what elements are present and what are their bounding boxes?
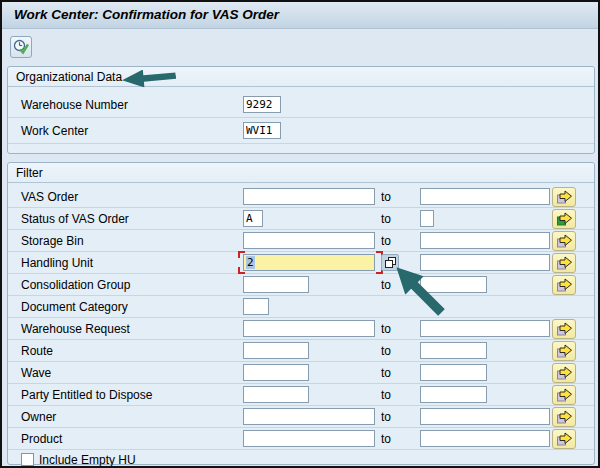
- document-category-label: Document Category: [21, 296, 128, 318]
- execute-button[interactable]: [10, 36, 32, 58]
- vas-order-to-field[interactable]: [420, 188, 550, 205]
- document-category-field[interactable]: [243, 298, 269, 315]
- owner-from-field[interactable]: [243, 408, 375, 425]
- route-to-field[interactable]: [420, 342, 487, 359]
- warehouse-request-multi-select-button[interactable]: [552, 319, 576, 339]
- product-to-field[interactable]: [420, 430, 550, 447]
- warehouse-request-to-field[interactable]: [420, 320, 550, 337]
- status-from-field[interactable]: [243, 210, 263, 227]
- execute-clock-check-icon: [11, 39, 31, 55]
- party-entitled-to-field[interactable]: [420, 386, 487, 403]
- to-label: to: [381, 340, 391, 362]
- page-title: Work Center: Confirmation for VAS Order: [14, 7, 279, 22]
- status-of-vas-order-row: Status of VAS Order to: [8, 208, 594, 230]
- route-multi-select-button[interactable]: [552, 341, 576, 361]
- owner-to-field[interactable]: [420, 408, 550, 425]
- wave-row: Wave to: [8, 362, 594, 384]
- consolidation-group-from-field[interactable]: [243, 276, 309, 293]
- wave-label: Wave: [21, 362, 51, 384]
- status-to-field[interactable]: [420, 210, 434, 227]
- include-empty-hu-checkbox[interactable]: [21, 453, 34, 466]
- route-from-field[interactable]: [243, 342, 309, 359]
- toolbar: [2, 29, 598, 63]
- work-center-row: Work Center: [8, 118, 594, 144]
- multi-select-arrow-icon: [553, 344, 575, 358]
- product-from-field[interactable]: [243, 430, 375, 447]
- window-title-bar: Work Center: Confirmation for VAS Order: [2, 2, 598, 29]
- handling-unit-label: Handling Unit: [21, 252, 93, 274]
- consolidation-group-label: Consolidation Group: [21, 274, 130, 296]
- wave-from-field[interactable]: [243, 364, 309, 381]
- storage-bin-multi-select-button[interactable]: [552, 231, 576, 251]
- warehouse-number-row: Warehouse Number: [8, 92, 594, 118]
- handling-unit-from-field[interactable]: 2: [243, 254, 375, 271]
- to-label: to: [381, 406, 391, 428]
- multi-select-arrow-icon: [553, 410, 575, 424]
- multi-select-arrow-icon: [553, 234, 575, 248]
- storage-bin-to-field[interactable]: [420, 232, 550, 249]
- party-entitled-label: Party Entitled to Dispose: [21, 384, 152, 406]
- multi-select-arrow-icon: [553, 366, 575, 380]
- warehouse-request-label: Warehouse Request: [21, 318, 130, 340]
- multi-select-active-arrow-icon: [553, 212, 575, 226]
- status-multi-select-button-active[interactable]: [552, 209, 576, 229]
- to-label: to: [381, 384, 391, 406]
- work-center-label: Work Center: [21, 118, 88, 144]
- product-multi-select-button[interactable]: [552, 429, 576, 449]
- storage-bin-label: Storage Bin: [21, 230, 84, 252]
- multi-select-arrow-icon: [553, 388, 575, 402]
- route-row: Route to: [8, 340, 594, 362]
- owner-row: Owner to: [8, 406, 594, 428]
- multi-select-arrow-icon: [553, 278, 575, 292]
- owner-multi-select-button[interactable]: [552, 407, 576, 427]
- multi-select-arrow-icon: [553, 256, 575, 270]
- filter-title: Filter: [8, 163, 594, 183]
- organizational-data-group: Organizational Data Warehouse Number Wor…: [7, 66, 595, 154]
- wave-to-field[interactable]: [420, 364, 487, 381]
- handling-unit-row: Handling Unit 2: [8, 252, 594, 274]
- include-empty-hu-row: Include Empty HU: [8, 450, 594, 468]
- party-entitled-row: Party Entitled to Dispose to: [8, 384, 594, 406]
- overlapping-squares-icon: [382, 256, 398, 269]
- handling-unit-multi-select-button[interactable]: [552, 253, 576, 273]
- route-label: Route: [21, 340, 53, 362]
- warehouse-number-label: Warehouse Number: [21, 92, 128, 118]
- to-label: to: [381, 230, 391, 252]
- app-window: Work Center: Confirmation for VAS Order …: [0, 0, 600, 468]
- consolidation-group-multi-select-button[interactable]: [552, 275, 576, 295]
- handling-unit-value-help-button[interactable]: [381, 254, 399, 271]
- product-label: Product: [21, 428, 62, 450]
- wave-multi-select-button[interactable]: [552, 363, 576, 383]
- storage-bin-from-field[interactable]: [243, 232, 375, 249]
- status-of-vas-order-label: Status of VAS Order: [21, 208, 129, 230]
- party-entitled-multi-select-button[interactable]: [552, 385, 576, 405]
- to-label: to: [381, 428, 391, 450]
- vas-order-multi-select-button[interactable]: [552, 187, 576, 207]
- to-label: to: [381, 318, 391, 340]
- work-center-field[interactable]: [243, 122, 281, 139]
- multi-select-arrow-icon: [553, 432, 575, 446]
- organizational-data-title: Organizational Data: [8, 67, 594, 87]
- multi-select-arrow-icon: [553, 190, 575, 204]
- owner-label: Owner: [21, 406, 56, 428]
- to-label: to: [381, 362, 391, 384]
- vas-order-label: VAS Order: [21, 186, 78, 208]
- vas-order-from-field[interactable]: [243, 188, 375, 205]
- to-label: to: [381, 274, 391, 296]
- include-empty-hu-label: Include Empty HU: [39, 450, 136, 468]
- product-row: Product to: [8, 428, 594, 450]
- warehouse-request-row: Warehouse Request to: [8, 318, 594, 340]
- handling-unit-to-field[interactable]: [420, 254, 550, 271]
- warehouse-request-from-field[interactable]: [243, 320, 375, 337]
- to-label: to: [381, 186, 391, 208]
- multi-select-arrow-icon: [553, 322, 575, 336]
- warehouse-number-field[interactable]: [243, 96, 281, 113]
- party-entitled-from-field[interactable]: [243, 386, 309, 403]
- storage-bin-row: Storage Bin to: [8, 230, 594, 252]
- document-category-row: Document Category: [8, 296, 594, 318]
- to-label: to: [381, 208, 391, 230]
- vas-order-row: VAS Order to: [8, 186, 594, 208]
- filter-group: Filter VAS Order to Status of VAS Order …: [7, 162, 595, 465]
- consolidation-group-to-field[interactable]: [420, 276, 487, 293]
- consolidation-group-row: Consolidation Group to: [8, 274, 594, 296]
